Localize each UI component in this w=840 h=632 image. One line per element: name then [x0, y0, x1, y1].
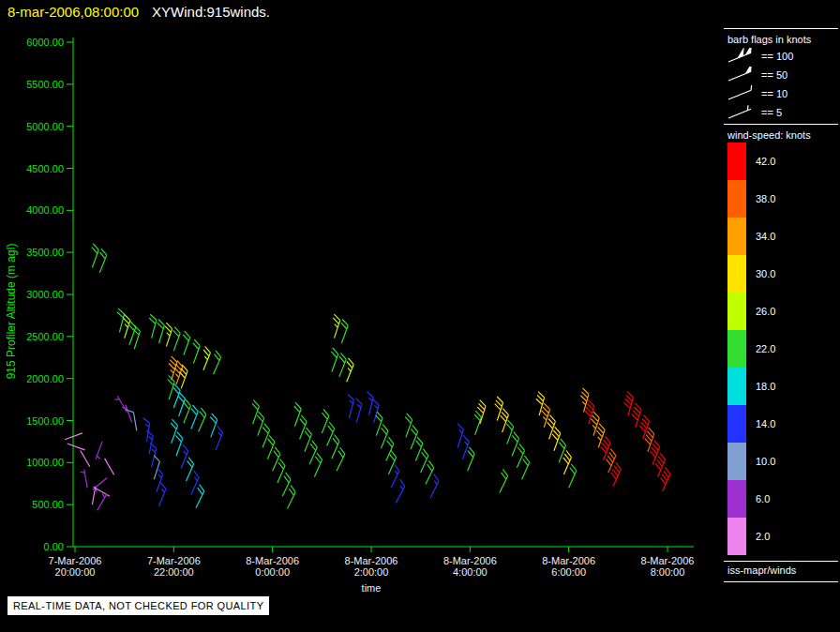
barb-shaft	[288, 485, 296, 508]
wind-barb	[214, 351, 221, 374]
x-tick-date: 8-Mar-2006	[641, 555, 695, 566]
barb-shaft	[282, 473, 291, 496]
speed-scale-row: 34.0	[728, 218, 775, 255]
wind-barb	[607, 449, 616, 473]
barb-shaft	[322, 410, 329, 433]
wind-barb	[728, 67, 752, 81]
wind-barb	[175, 432, 182, 457]
barb-shaft	[257, 412, 263, 436]
barb-shaft	[661, 467, 670, 490]
barb-shaft	[596, 424, 605, 448]
wind-barb	[181, 444, 188, 468]
barb-shaft	[94, 487, 110, 496]
wind-barb	[278, 459, 285, 483]
speed-value-label: 18.0	[756, 381, 775, 392]
wind-barb	[288, 485, 296, 508]
barb-shaft	[305, 428, 312, 452]
barb-shaft	[522, 456, 530, 479]
x-tick-time: 8:00:00	[651, 566, 685, 578]
wind-barb	[210, 414, 217, 438]
wind-barb	[569, 464, 577, 488]
barb-shaft	[728, 71, 751, 81]
wind-barb	[396, 479, 404, 503]
speed-value-label: 30.0	[756, 268, 775, 279]
wind-barb	[98, 493, 107, 510]
barb-shaft	[96, 442, 102, 459]
wind-barb	[294, 402, 301, 427]
barb-shaft	[117, 308, 125, 333]
wind-barb	[105, 459, 114, 474]
barb-shaft	[199, 408, 206, 431]
barb-shaft	[632, 403, 641, 428]
barb-shaft	[187, 458, 194, 481]
wind-barb	[347, 358, 354, 382]
wind-barb	[159, 483, 167, 507]
x-tick-date: 8-Mar-2006	[345, 555, 398, 566]
barb-shaft	[341, 320, 348, 344]
wind-barb	[611, 462, 621, 486]
wind-barb	[203, 346, 211, 369]
wind-barb	[300, 415, 308, 439]
barb-shaft	[300, 415, 308, 439]
wind-barb	[332, 435, 339, 459]
barb-shaft	[391, 464, 399, 488]
barb-shaft	[569, 464, 577, 488]
barb-shaft	[458, 424, 463, 448]
barb-shaft	[181, 444, 188, 468]
barb-shaft	[327, 422, 335, 445]
barb-shaft	[728, 105, 751, 118]
wind-barb	[322, 410, 329, 433]
barb-shaft	[728, 85, 752, 99]
barb-shaft	[191, 471, 199, 494]
x-tick-date: 8-Mar-2006	[246, 555, 299, 566]
barb-shaft	[252, 400, 259, 425]
barb-shaft	[267, 435, 275, 459]
wind-barb	[415, 437, 423, 460]
x-tick-time: 0:00:00	[255, 566, 290, 578]
wind-barb	[193, 339, 200, 364]
barb-shaft	[506, 420, 513, 444]
speed-scale-row: 18.0	[728, 368, 775, 405]
y-tick-label: 1500.00	[26, 415, 64, 427]
wind-barb	[337, 447, 345, 471]
barb-shaft	[278, 459, 285, 483]
barb-shaft	[81, 470, 87, 489]
wind-barb	[191, 405, 199, 429]
speed-scale-row: 30.0	[728, 255, 775, 293]
barb-shaft	[98, 493, 107, 510]
barb-shaft	[114, 396, 127, 412]
barb-shaft	[512, 432, 519, 457]
wind-barb	[133, 325, 141, 350]
wind-barb	[305, 428, 312, 452]
wind-barb	[373, 399, 380, 424]
wind-barb	[154, 456, 159, 480]
y-tick-label: 5500.00	[26, 79, 64, 90]
wind-barb	[117, 308, 125, 333]
barb-shaft	[175, 432, 182, 457]
barb-shaft	[517, 444, 524, 467]
wind-barb	[462, 435, 469, 459]
barb-legend-label: == 10	[761, 88, 788, 99]
barb-symbol-icon	[726, 67, 758, 83]
wind-barb	[128, 321, 135, 345]
barb-shaft	[607, 449, 616, 473]
wind-barb	[216, 426, 223, 450]
separator	[724, 28, 838, 29]
wind-barb	[179, 365, 188, 389]
barb-shaft	[356, 399, 362, 422]
wind-barb	[382, 425, 389, 449]
speed-value-label: 10.0	[756, 456, 775, 467]
y-tick-label: 0.00	[44, 541, 64, 552]
barb-shaft	[426, 460, 434, 484]
barb-shaft	[314, 453, 322, 476]
barb-shaft	[500, 469, 508, 492]
barb-shaft	[373, 399, 380, 424]
wind-barb	[506, 420, 513, 444]
wind-barb	[96, 442, 102, 459]
speed-color-swatch	[728, 143, 746, 180]
barb-shaft	[157, 468, 163, 492]
wind-barb	[173, 384, 180, 408]
barb-shaft	[405, 414, 412, 438]
wind-barb	[273, 447, 280, 471]
barb-shaft	[179, 365, 188, 389]
